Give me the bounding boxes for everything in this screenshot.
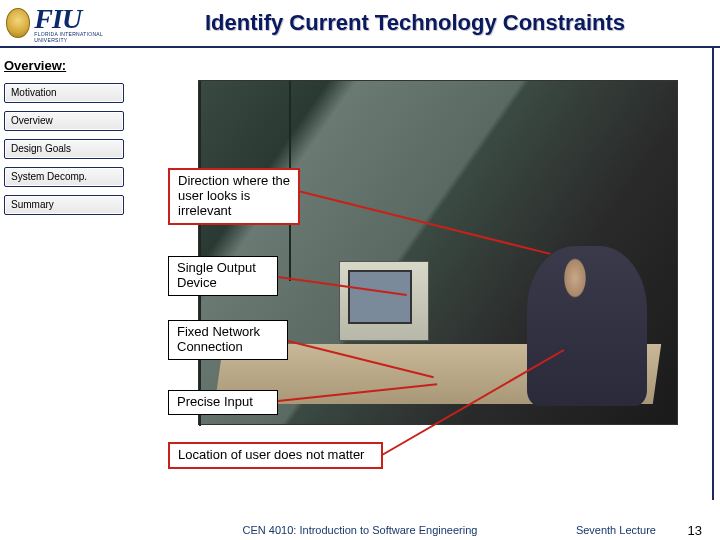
footer-page-number: 13 — [688, 523, 702, 538]
callout-output-device: Single Output Device — [168, 256, 278, 296]
slide-footer: CEN 4010: Introduction to Software Engin… — [0, 524, 720, 536]
sidebar: Overview: Motivation Overview Design Goa… — [4, 58, 134, 223]
content-area: Direction where the user looks is irrele… — [160, 80, 700, 500]
slide-title: Identify Current Technology Constraints — [116, 10, 714, 36]
callout-location: Location of user does not matter — [168, 442, 383, 469]
sidebar-section-label: Overview: — [4, 58, 134, 73]
crest-icon — [6, 8, 30, 38]
footer-lecture: Seventh Lecture — [576, 524, 656, 536]
office-photo — [198, 80, 678, 425]
sidebar-item-overview[interactable]: Overview — [4, 111, 124, 131]
right-border — [712, 48, 714, 500]
slide-header: FIU FLORIDA INTERNATIONAL UNIVERSITY Ide… — [0, 0, 720, 48]
sidebar-item-motivation[interactable]: Motivation — [4, 83, 124, 103]
sidebar-item-design-goals[interactable]: Design Goals — [4, 139, 124, 159]
person-illustration — [527, 246, 647, 406]
sidebar-item-system-decomp[interactable]: System Decomp. — [4, 167, 124, 187]
monitor-illustration — [339, 261, 429, 341]
university-logo: FIU FLORIDA INTERNATIONAL UNIVERSITY — [6, 1, 116, 45]
callout-input: Precise Input — [168, 390, 278, 415]
logo-subtext: FLORIDA INTERNATIONAL UNIVERSITY — [34, 31, 116, 43]
sidebar-item-summary[interactable]: Summary — [4, 195, 124, 215]
callout-network: Fixed Network Connection — [168, 320, 288, 360]
callout-direction: Direction where the user looks is irrele… — [168, 168, 300, 225]
